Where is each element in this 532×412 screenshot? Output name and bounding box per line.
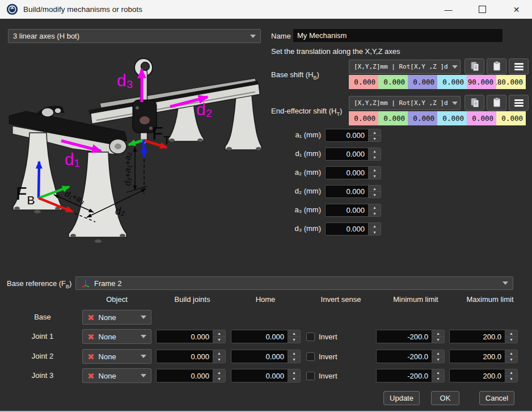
base-shift-x-field[interactable]: 0.000 (349, 75, 378, 89)
joint3-max-field[interactable]: 200.0 (450, 369, 505, 382)
a1-field[interactable]: 0.000 (326, 129, 368, 141)
joint1-object-select[interactable]: ✖ None (82, 329, 151, 344)
spin-up-button[interactable]: ▲ (288, 330, 300, 337)
joint2-build-field[interactable]: 0.000 (157, 350, 213, 363)
spin-down-button[interactable]: ▼ (369, 136, 381, 141)
tool-shift-rz-field[interactable]: 0.000 (496, 111, 526, 125)
tool-shift-format-select[interactable]: [X,Y,Z]mm | Rot[X,Y ,Z ]d (349, 96, 461, 110)
tool-shift-ry-field[interactable]: 0.000 (467, 111, 496, 125)
spin-down-button[interactable]: ▼ (213, 357, 225, 363)
base-shift-rx-field[interactable]: 0.000 (437, 75, 467, 89)
spin-up-button[interactable]: ▲ (369, 148, 381, 154)
spin-up-button[interactable]: ▲ (369, 167, 381, 173)
maximize-button[interactable] (470, 0, 495, 19)
tool-shift-y-field[interactable]: 0.000 (378, 111, 408, 125)
title-bar[interactable]: Build/modify mechanisms or robots — ✕ (0, 0, 532, 19)
spin-down-button[interactable]: ▼ (288, 357, 300, 363)
spin-up-button[interactable]: ▲ (213, 350, 225, 357)
joint1-home-field[interactable]: 0.000 (231, 330, 288, 343)
column-header-maximum-limit: Maximum limit (454, 295, 526, 304)
tool-shift-menu-button[interactable] (509, 95, 529, 111)
spin-down-button[interactable]: ▼ (432, 376, 444, 382)
ok-button[interactable]: OK (431, 391, 459, 405)
joint3-invert-checkbox[interactable] (306, 372, 315, 380)
cancel-button[interactable]: Cancel (479, 391, 514, 405)
base-object-select[interactable]: ✖ None (82, 310, 151, 325)
spin-up-button[interactable]: ▲ (213, 369, 225, 376)
spin-up-button[interactable]: ▲ (505, 350, 517, 357)
chevron-down-icon (141, 316, 146, 319)
mechanism-type-select[interactable]: 3 linear axes (H bot) (8, 29, 261, 43)
d2-field[interactable]: 0.000 (326, 186, 368, 197)
joint3-object-select[interactable]: ✖ None (82, 368, 151, 383)
tool-shift-x-field[interactable]: 0.000 (349, 111, 378, 125)
joint3-build-field[interactable]: 0.000 (157, 369, 213, 382)
spin-down-button[interactable]: ▼ (369, 229, 381, 235)
base-shift-paste-button[interactable] (487, 58, 506, 74)
update-button[interactable]: Update (383, 391, 420, 405)
spin-up-button[interactable]: ▲ (288, 369, 300, 376)
spin-up-button[interactable]: ▲ (369, 129, 381, 136)
spin-down-button[interactable]: ▼ (369, 173, 381, 179)
chevron-down-icon (503, 281, 508, 285)
joint2-min-field[interactable]: -200.0 (377, 350, 432, 363)
spin-down-button[interactable]: ▼ (505, 376, 517, 382)
tool-shift-copy-button[interactable] (465, 95, 484, 111)
joint1-home-spinbox: 0.000 ▲▼ (231, 330, 301, 343)
spin-down-button[interactable]: ▼ (369, 192, 381, 197)
d3-label: d₃ (mm) (264, 224, 321, 233)
base-shift-rz-field[interactable]: 180.000 (496, 75, 526, 89)
spin-down-button[interactable]: ▼ (369, 211, 381, 216)
minimize-button[interactable]: — (436, 0, 461, 19)
spin-down-button[interactable]: ▼ (288, 337, 300, 343)
spin-up-button[interactable]: ▲ (369, 223, 381, 229)
spin-up-button[interactable]: ▲ (369, 204, 381, 211)
column-header-object: Object (81, 295, 153, 304)
d3-field[interactable]: 0.000 (326, 223, 368, 235)
joint1-build-field[interactable]: 0.000 (157, 330, 213, 343)
spin-up-button[interactable]: ▲ (432, 369, 444, 376)
spin-down-button[interactable]: ▼ (213, 337, 225, 343)
spin-up-button[interactable]: ▲ (505, 330, 517, 337)
name-input[interactable]: My Mechanism (293, 28, 503, 43)
tool-shift-z-field[interactable]: 0.000 (408, 111, 437, 125)
spin-up-button[interactable]: ▲ (213, 330, 225, 337)
spin-down-button[interactable]: ▼ (505, 337, 517, 343)
joint1-min-field[interactable]: -200.0 (377, 330, 432, 343)
row-label-joint1: Joint 1 (11, 332, 74, 340)
spin-down-button[interactable]: ▼ (369, 154, 381, 160)
d1-field[interactable]: 0.000 (326, 148, 368, 160)
base-shift-copy-button[interactable] (465, 58, 484, 74)
joint3-home-field[interactable]: 0.000 (231, 369, 288, 382)
base-shift-menu-button[interactable] (509, 58, 529, 74)
base-shift-format-select[interactable]: [X,Y,Z]mm | Rot[X,Y ,Z ]d (349, 60, 461, 74)
tool-shift-rx-field[interactable]: 0.000 (437, 111, 467, 125)
spin-up-button[interactable]: ▲ (288, 350, 300, 357)
a2-field[interactable]: 0.000 (326, 167, 368, 179)
joint3-min-field[interactable]: -200.0 (377, 369, 432, 382)
base-shift-z-field[interactable]: 0.000 (408, 75, 437, 89)
joint2-home-field[interactable]: 0.000 (231, 350, 288, 363)
joint2-max-field[interactable]: 200.0 (450, 350, 505, 363)
base-shift-y-field[interactable]: 0.000 (378, 75, 408, 89)
spin-down-button[interactable]: ▼ (432, 337, 444, 343)
joint2-invert-checkbox[interactable] (306, 352, 315, 361)
spin-up-button[interactable]: ▲ (369, 186, 381, 192)
joint2-object-select[interactable]: ✖ None (82, 349, 151, 364)
joint1-max-field[interactable]: 200.0 (450, 330, 505, 343)
minimize-icon: — (445, 5, 453, 14)
spin-down-button[interactable]: ▼ (505, 357, 517, 363)
spin-down-button[interactable]: ▼ (432, 357, 444, 363)
copy-icon (469, 61, 480, 72)
spin-down-button[interactable]: ▼ (213, 376, 225, 382)
spin-up-button[interactable]: ▲ (432, 350, 444, 357)
base-shift-ry-field[interactable]: -90.000 (467, 75, 496, 89)
spin-down-button[interactable]: ▼ (288, 376, 300, 382)
spin-up-button[interactable]: ▲ (432, 330, 444, 337)
a3-field[interactable]: 0.000 (326, 204, 368, 216)
spin-up-button[interactable]: ▲ (505, 369, 517, 376)
base-reference-select[interactable]: Frame 2 (75, 276, 513, 290)
close-button[interactable]: ✕ (504, 0, 529, 19)
tool-shift-paste-button[interactable] (487, 95, 506, 111)
joint1-invert-checkbox[interactable] (306, 333, 315, 341)
